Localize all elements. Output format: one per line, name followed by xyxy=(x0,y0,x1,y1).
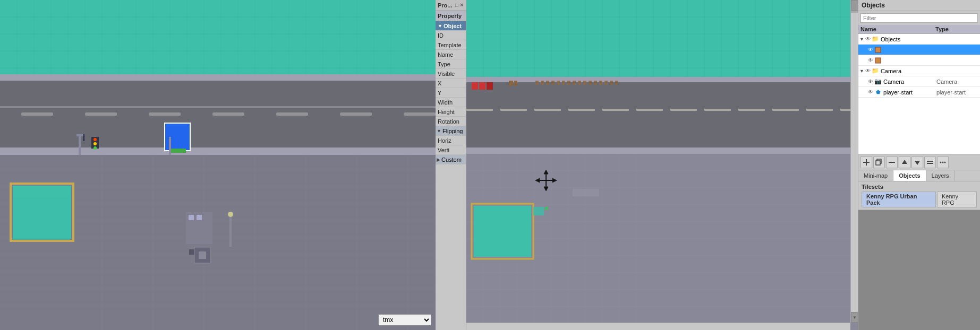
horizontal-scrollbar[interactable] xyxy=(466,323,850,330)
tileset-tab-kenny[interactable]: Kenny RPG xyxy=(937,192,977,207)
property-header-row: Property xyxy=(436,11,466,21)
svg-rect-31 xyxy=(0,106,436,108)
item-name: player-start xyxy=(883,89,936,95)
group-icon: 📁 xyxy=(872,67,879,75)
list-item[interactable]: ▼ 👁 📁 Camera xyxy=(858,66,980,76)
vertical-scrollbar[interactable]: ▼ xyxy=(850,0,858,323)
remove-button[interactable] xyxy=(886,157,898,168)
prop-type-label: Type xyxy=(438,61,466,67)
objects-tree-header: Name Type xyxy=(858,25,980,34)
object-section-expand[interactable]: ▼ xyxy=(438,23,442,29)
eye-icon[interactable]: 👁 xyxy=(868,79,873,84)
svg-point-47 xyxy=(93,138,97,141)
svg-rect-141 xyxy=(546,81,549,85)
sprite-icon xyxy=(874,57,882,64)
svg-point-49 xyxy=(93,146,97,150)
prop-x-row: X xyxy=(436,79,466,88)
more-options-button[interactable] xyxy=(937,157,949,168)
svg-rect-124 xyxy=(670,109,697,111)
svg-rect-32 xyxy=(21,112,53,116)
svg-rect-144 xyxy=(562,81,565,85)
scrollbar-down-arrow: ▼ xyxy=(851,312,858,323)
prop-name-label: Name xyxy=(438,51,466,58)
svg-rect-154 xyxy=(615,81,618,85)
duplicate-button[interactable] xyxy=(873,157,885,168)
eye-icon[interactable]: 👁 xyxy=(865,36,871,42)
svg-rect-73 xyxy=(197,215,202,220)
map-canvas xyxy=(0,0,436,330)
property-header-label: Property xyxy=(438,13,466,19)
tab-objects[interactable]: Objects xyxy=(893,170,926,181)
objects-tree[interactable]: ▼ 👁 📁 Objects 👁 👁 ▼ 👁 xyxy=(858,34,980,154)
move-up-button[interactable] xyxy=(899,157,910,168)
expand-icon: ▼ xyxy=(859,68,864,74)
svg-rect-121 xyxy=(568,109,595,111)
prop-y-row: Y xyxy=(436,88,466,98)
svg-rect-147 xyxy=(578,81,581,85)
list-item[interactable]: 👁 📷 Camera Camera xyxy=(858,76,980,87)
map-viewport[interactable]: tmx xyxy=(0,0,436,330)
svg-rect-196 xyxy=(876,161,880,165)
tileset-tab-urban[interactable]: Kenny RPG Urban Pack xyxy=(862,192,936,207)
svg-rect-139 xyxy=(535,81,539,85)
prop-verti-row: Verti xyxy=(436,145,466,155)
item-name: Objects xyxy=(881,36,936,42)
prop-template-row: Template xyxy=(436,40,466,50)
flipping-section-row: ▼ Flipping xyxy=(436,126,466,136)
panel-tabs: Mini-map Objects Layers xyxy=(858,170,980,181)
svg-rect-188 xyxy=(573,189,599,196)
list-item[interactable]: 👁 xyxy=(858,55,980,66)
eye-icon[interactable]: 👁 xyxy=(865,68,871,74)
objects-title: Objects xyxy=(862,2,885,9)
tab-layers[interactable]: Layers xyxy=(926,170,955,181)
prop-rotation-label: Rotation xyxy=(438,118,466,125)
svg-marker-198 xyxy=(902,160,907,164)
scrollbar-thumb-down[interactable]: ▼ xyxy=(851,312,858,323)
list-item[interactable]: 👁 ⬟ player-start player-start xyxy=(858,87,980,98)
eye-icon[interactable]: 👁 xyxy=(868,89,873,95)
item-type: Camera xyxy=(936,79,979,85)
svg-rect-75 xyxy=(229,215,232,247)
svg-rect-150 xyxy=(594,81,597,85)
list-item[interactable]: 👁 xyxy=(858,45,980,55)
list-item[interactable]: ▼ 👁 📁 Objects xyxy=(858,34,980,45)
prop-id-row: ID xyxy=(436,31,466,40)
filter-input[interactable] xyxy=(860,13,978,23)
svg-rect-117 xyxy=(466,147,858,154)
properties-panel-header-icons: □ ✕ xyxy=(455,2,464,8)
eye-icon[interactable]: 👁 xyxy=(868,57,873,63)
svg-rect-122 xyxy=(602,109,629,111)
prop-horiz-row: Horiz xyxy=(436,136,466,145)
move-down-button[interactable] xyxy=(911,157,923,168)
svg-rect-119 xyxy=(500,109,527,111)
svg-marker-199 xyxy=(915,161,920,165)
tab-minimap[interactable]: Mini-map xyxy=(858,170,893,181)
custom-section-row: ▶ Custom xyxy=(436,155,466,164)
tiled-map-canvas xyxy=(466,0,858,330)
move-to-layer-button[interactable] xyxy=(924,157,936,168)
properties-panel-close-icon[interactable]: ✕ xyxy=(459,2,464,8)
svg-rect-120 xyxy=(534,109,561,111)
prop-type-row: Type xyxy=(436,59,466,69)
properties-panel-restore-icon[interactable]: □ xyxy=(455,2,458,8)
svg-rect-0 xyxy=(0,0,436,74)
map-format-dropdown[interactable]: tmx xyxy=(378,314,431,326)
prop-id-label: ID xyxy=(438,32,466,39)
svg-rect-116 xyxy=(466,77,858,82)
eye-icon[interactable]: 👁 xyxy=(868,47,873,53)
add-object-button[interactable] xyxy=(860,157,872,168)
svg-rect-194 xyxy=(866,159,867,166)
svg-rect-136 xyxy=(487,82,493,90)
svg-rect-33 xyxy=(85,112,117,116)
prop-visible-row: Visible xyxy=(436,69,466,79)
flipping-section-expand[interactable]: ▼ xyxy=(437,128,441,134)
tiled-map-area[interactable]: ▼ xyxy=(466,0,858,330)
svg-rect-39 xyxy=(0,74,436,81)
svg-rect-115 xyxy=(466,77,858,153)
prop-horiz-label: Horiz xyxy=(438,137,466,144)
custom-section-expand[interactable]: ▶ xyxy=(437,157,440,162)
svg-rect-148 xyxy=(583,81,586,85)
properties-panel-title: Pro... xyxy=(438,2,453,8)
svg-rect-145 xyxy=(567,81,570,85)
scrollbar-thumb-up[interactable] xyxy=(851,0,858,11)
